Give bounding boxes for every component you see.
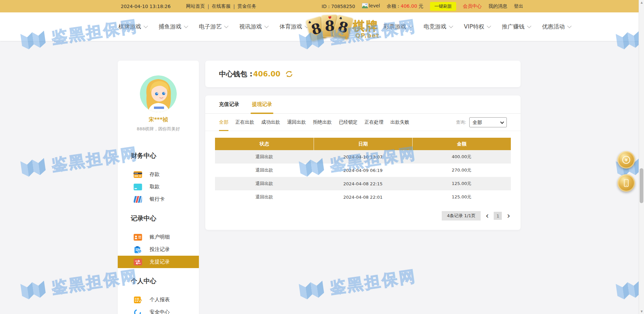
nav-item-vip-privilege[interactable]: VIP特权	[464, 23, 490, 30]
user-id: ID : 70858250	[322, 4, 355, 9]
chevron-down-icon	[224, 24, 228, 28]
nav-item-label: 视讯游戏	[239, 23, 262, 30]
logout-link[interactable]: 登出	[514, 3, 523, 9]
sidebar-item-account-detail[interactable]: 账户明细	[118, 231, 199, 243]
filter-processing[interactable]: 正在处理	[365, 114, 383, 131]
tab-deposit-records[interactable]: 充值记录	[219, 96, 239, 113]
table-row: 退回出款2024-04-08 22:01125.00元	[215, 190, 511, 204]
bounty-task-link[interactable]: 赏金任务	[237, 3, 256, 9]
topbar: 2024-04-10 13:18:26 网站首页|在线客服|赏金任务 ID : …	[0, 0, 644, 12]
filter-returned[interactable]: 退回出款	[287, 114, 306, 131]
level-label: level	[369, 3, 380, 8]
tab-withdrawal-records[interactable]: 提现记录	[252, 96, 272, 113]
sidebar-item-label: 安全中心	[150, 309, 170, 314]
nav-item-promotion-earn[interactable]: 推广赚钱	[502, 23, 530, 30]
security-icon	[133, 309, 142, 314]
sidebar-menu: 财务中心存款取款银行卡记录中心账户明细投注记录充提记录个人中心个人报表安全中心	[118, 151, 199, 314]
sidebar-item-personal-report[interactable]: 个人报表	[118, 294, 199, 306]
table-cell: 退回出款	[215, 164, 314, 177]
nav-item-sports-games[interactable]: 体育游戏	[279, 23, 308, 30]
sidebar-section-title: 财务中心	[118, 151, 199, 160]
nav-item-label: VIP特权	[464, 23, 484, 30]
nav-item-lottery-games[interactable]: 彩票游戏	[383, 23, 412, 30]
sidebar-section-title: 记录中心	[118, 214, 199, 223]
chevron-down-icon	[144, 24, 148, 28]
nav-item-board-games[interactable]: 棋牌游戏	[118, 23, 147, 30]
balance-value: 406.00	[401, 3, 417, 9]
sidebar-item-deposit[interactable]: 存款	[118, 168, 199, 181]
pagination: 4条记录 1/1页 ‹ 1 ›	[205, 211, 510, 221]
home-link[interactable]: 网站首页	[186, 3, 205, 9]
table-row: 退回出款2024-04-08 22:15125.00元	[215, 177, 511, 190]
page-number[interactable]: 1	[494, 212, 502, 220]
chevron-down-icon	[184, 24, 188, 28]
table-cell: 2024-04-09 06:19	[314, 164, 412, 177]
sidebar-item-bank-card[interactable]: 银行卡	[118, 193, 199, 205]
one-key-refresh-button[interactable]: 一键刷新	[430, 2, 456, 11]
site-logo[interactable]: 8♠8♥8♠棋牌 QP.bet	[308, 12, 383, 41]
table-body: 退回出款2024-04-10 13:07400.00元退回出款2024-04-0…	[215, 150, 511, 204]
next-page-icon[interactable]: ›	[507, 212, 510, 219]
watermark-logo-icon	[17, 275, 49, 306]
table-cell: 退回出款	[215, 177, 314, 190]
wallet-refresh-icon[interactable]	[285, 70, 293, 78]
wallet-title: 中心钱包 :	[219, 69, 253, 79]
sidebar-item-security-center[interactable]: 安全中心	[118, 306, 199, 314]
scrollbar-track[interactable]: ▲ ▼	[639, 0, 644, 314]
nav-item-label: 推广赚钱	[502, 23, 525, 30]
query-select[interactable]: 全部	[469, 117, 507, 127]
sidebar-section-items: 存款取款银行卡	[118, 168, 199, 205]
nav-item-esports-games[interactable]: 电竞游戏	[424, 23, 452, 30]
gold-coin-button[interactable]: ¥	[618, 151, 635, 169]
nav-item-slot-games[interactable]: 电子游艺	[199, 23, 227, 30]
link-separator: |	[208, 4, 209, 9]
mobile-app-button[interactable]	[618, 174, 635, 192]
scroll-up-icon[interactable]: ▲	[639, 1, 644, 4]
nav-item-label: 捕鱼游戏	[159, 23, 181, 30]
sidebar-item-label: 账户明细	[150, 234, 170, 240]
bank-card-icon	[133, 196, 142, 203]
filter-locked[interactable]: 已经锁定	[339, 114, 358, 131]
table-header-cell: 状态	[215, 138, 314, 150]
sidebar-item-deposit-withdraw-record[interactable]: 充提记录	[118, 256, 199, 268]
status-filters: 全部正在出款成功出款退回出款拒绝出款已经锁定正在处理出款失败	[219, 114, 409, 131]
chevron-down-icon	[264, 24, 269, 28]
table-header-cell: 金额	[412, 138, 511, 150]
chevron-down-icon	[487, 24, 491, 28]
sidebar-item-withdraw[interactable]: 取款	[118, 181, 199, 193]
filter-row: 全部正在出款成功出款退回出款拒绝出款已经锁定正在处理出款失败 查询: 全部	[205, 114, 521, 131]
nav-item-fishing-games[interactable]: 捕鱼游戏	[159, 23, 187, 30]
chevron-down-icon	[409, 24, 413, 28]
nav-item-live-video-games[interactable]: 视讯游戏	[239, 23, 267, 30]
sidebar-section-title: 个人中心	[118, 277, 199, 286]
filter-failed[interactable]: 出款失败	[390, 114, 409, 131]
scroll-down-icon[interactable]: ▼	[639, 310, 644, 313]
account-detail-icon	[133, 234, 142, 241]
sidebar-section-items: 账户明细投注记录充提记录	[118, 231, 199, 268]
sidebar-section-items: 个人报表安全中心	[118, 294, 199, 314]
datetime: 2024-04-10 13:18:26	[121, 4, 171, 9]
filter-rejected[interactable]: 拒绝出款	[313, 114, 332, 131]
nav-item-promo-activities[interactable]: 优惠活动	[542, 23, 570, 30]
filter-paid-success[interactable]: 成功出款	[261, 114, 280, 131]
my-messages-link[interactable]: 我的消息	[488, 3, 507, 9]
nav-right-group: 彩票游戏电竞游戏VIP特权推广赚钱优惠活动	[383, 23, 570, 30]
main-nav: 棋牌游戏捕鱼游戏电子游艺视讯游戏体育游戏 8♠8♥8♠棋牌 QP.bet 彩票游…	[0, 12, 644, 41]
filter-all[interactable]: 全部	[219, 114, 228, 131]
broken-image-icon	[362, 3, 368, 9]
table-cell: 270.00元	[412, 164, 511, 177]
member-center-link[interactable]: 会员中心	[463, 3, 482, 9]
nav-item-label: 电子游艺	[199, 23, 222, 30]
scrollbar-thumb[interactable]	[640, 168, 643, 203]
online-service-link[interactable]: 在线客服	[212, 3, 230, 9]
deposit-card-icon	[133, 171, 142, 178]
level-badge: level	[362, 3, 380, 9]
filter-paying-out[interactable]: 正在出款	[235, 114, 254, 131]
sidebar-item-bet-record[interactable]: 投注记录	[118, 243, 199, 256]
chevron-down-icon	[449, 24, 453, 28]
floating-buttons: ¥	[618, 151, 635, 192]
prev-page-icon[interactable]: ‹	[486, 212, 489, 219]
logo-domain: QP.bet	[355, 32, 379, 39]
query-select-wrap: 全部	[469, 117, 507, 127]
query-label: 查询:	[456, 119, 466, 125]
